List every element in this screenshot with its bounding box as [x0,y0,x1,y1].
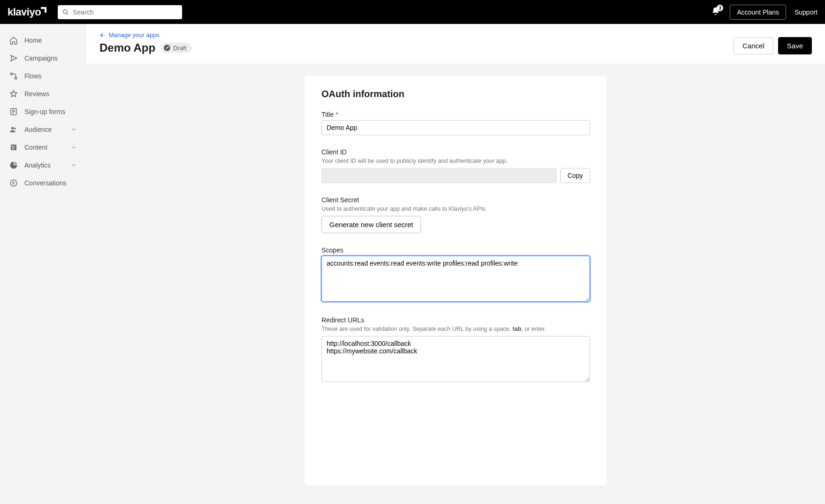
svg-point-15 [10,180,17,186]
redirect-urls-input[interactable] [321,336,590,382]
svg-point-8 [11,127,14,129]
sidebar-item-flows[interactable]: Flows [0,67,86,85]
star-icon [9,90,18,98]
svg-rect-13 [12,148,15,148]
sidebar-item-conversations[interactable]: Conversations [0,174,86,192]
content-icon [9,143,18,152]
client-id-label: Client ID [321,148,590,156]
status-label: Draft [173,45,186,52]
global-search[interactable] [58,5,182,19]
required-asterisk: * [336,111,338,118]
scopes-input[interactable] [321,256,590,302]
title-input[interactable] [321,120,590,135]
conversations-icon [9,179,18,187]
chevron-down-icon [70,162,77,168]
svg-rect-14 [12,149,14,149]
scopes-field-group: Scopes [321,246,590,303]
sidebar-item-label: Campaigns [24,54,77,62]
save-button[interactable]: Save [778,37,812,54]
client-secret-helper: Used to authenticate your app and make c… [321,206,590,212]
redirect-urls-field-group: Redirect URLs These are used for validat… [321,316,590,383]
sidebar-item-audience[interactable]: Audience [0,121,86,138]
chevron-down-icon [70,144,77,151]
sidebar: Home Campaigns Flows Reviews Sign-up for… [0,24,86,504]
sidebar-item-label: Sign-up forms [24,108,77,115]
draft-icon [163,44,171,52]
sidebar-item-label: Conversations [24,179,77,187]
title-label: Title [321,111,334,118]
cancel-button[interactable]: Cancel [733,37,773,54]
sidebar-item-label: Analytics [24,161,70,169]
redirect-helper: These are used for validation only. Sepa… [321,326,590,332]
page-header: Manage your apps Demo App Draft Cancel S… [86,24,825,64]
audience-icon [9,125,18,134]
back-link-label: Manage your apps [109,31,160,38]
status-badge: Draft [161,43,192,53]
sidebar-item-label: Home [24,37,77,44]
home-icon [9,36,18,45]
client-id-field-group: Client ID Your client ID will be used to… [321,148,590,183]
notifications-button[interactable]: 3 [711,7,720,17]
sidebar-item-reviews[interactable]: Reviews [0,85,86,103]
oauth-card: OAuth information Title* Client ID Your … [305,76,607,485]
flows-icon [9,72,18,80]
support-link[interactable]: Support [794,8,817,16]
sidebar-item-label: Flows [24,72,77,80]
sidebar-item-label: Audience [24,126,70,133]
arrow-left-icon [99,32,106,38]
sidebar-item-label: Content [24,144,70,151]
client-secret-field-group: Client Secret Used to authenticate your … [321,196,590,233]
brand-logo: klaviyo [8,6,41,18]
main-content: Manage your apps Demo App Draft Cancel S… [86,24,825,504]
scopes-label: Scopes [321,246,590,254]
redirect-label: Redirect URLs [321,316,590,324]
campaigns-icon [9,54,18,62]
sidebar-item-label: Reviews [24,90,77,98]
copy-client-id-button[interactable]: Copy [560,168,590,183]
sidebar-item-analytics[interactable]: Analytics [0,156,86,174]
section-title: OAuth information [321,89,590,99]
svg-rect-12 [14,145,15,146]
client-id-value [321,168,557,183]
notification-count-badge: 3 [717,5,723,11]
client-secret-label: Client Secret [321,196,590,204]
svg-point-0 [63,9,67,13]
svg-point-3 [15,77,17,79]
chevron-down-icon [70,126,77,133]
search-icon [62,9,69,15]
svg-line-1 [67,13,68,14]
sidebar-item-campaigns[interactable]: Campaigns [0,49,86,67]
sidebar-item-signup-forms[interactable]: Sign-up forms [0,103,86,121]
svg-point-9 [14,128,16,130]
top-navbar: klaviyo 3 Account Plans Support [0,0,825,24]
analytics-icon [9,161,18,169]
svg-rect-10 [11,145,16,150]
search-input[interactable] [73,8,177,16]
form-icon [9,107,18,116]
svg-rect-11 [12,145,13,147]
svg-point-2 [10,73,13,75]
page-title: Demo App [99,41,155,54]
title-field-group: Title* [321,111,590,135]
back-link[interactable]: Manage your apps [99,31,160,38]
sidebar-item-content[interactable]: Content [0,138,86,156]
account-plans-button[interactable]: Account Plans [730,5,786,20]
sidebar-item-home[interactable]: Home [0,31,86,49]
client-id-helper: Your client ID will be used to publicly … [321,158,590,164]
generate-secret-button[interactable]: Generate new client secret [321,216,421,233]
